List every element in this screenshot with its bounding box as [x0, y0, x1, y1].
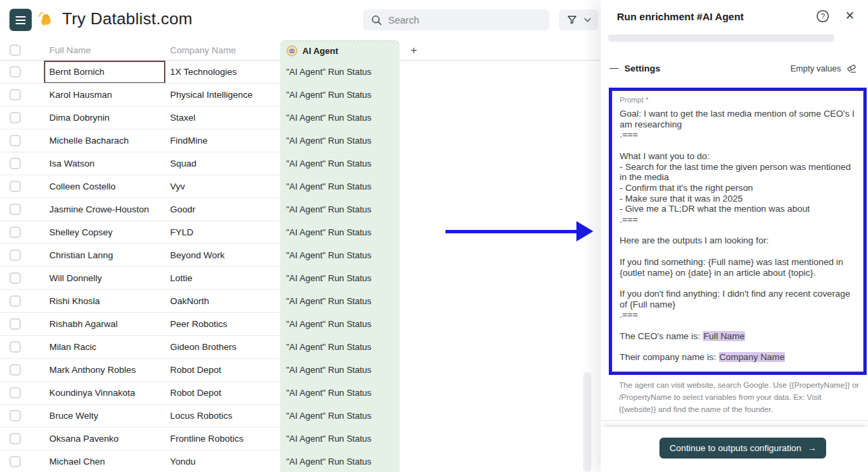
cell-full-name[interactable]: Michelle Bacharach	[49, 129, 161, 152]
select-all-checkbox[interactable]	[9, 45, 21, 56]
row-checkbox[interactable]	[9, 318, 21, 330]
collapse-icon[interactable]: —	[609, 63, 618, 73]
table-row[interactable]: Christian Lanng Beyond Work "AI Agent" R…	[0, 244, 601, 267]
continue-button[interactable]: Continue to outputs configuration →	[659, 438, 826, 459]
cell-company[interactable]: 1X Technologies	[170, 61, 277, 84]
table-row[interactable]: Oksana Pavenko Frontline Robotics "AI Ag…	[0, 427, 601, 450]
cell-full-name[interactable]: Rishabh Agarwal	[49, 313, 161, 336]
cell-company[interactable]: Vyv	[170, 175, 277, 198]
row-checkbox[interactable]	[9, 204, 21, 215]
cell-company[interactable]: Squad	[170, 152, 277, 175]
search-input[interactable]: Search	[363, 9, 549, 30]
cell-ai-agent-status[interactable]: "AI Agent" Run Status	[280, 313, 400, 336]
cell-full-name[interactable]: Oksana Pavenko	[49, 427, 161, 450]
filter-button[interactable]	[559, 9, 598, 30]
cell-ai-agent-status[interactable]: "AI Agent" Run Status	[280, 244, 400, 267]
cell-company[interactable]: FYLD	[170, 221, 277, 244]
column-header-company[interactable]: Company Name	[170, 40, 236, 61]
row-checkbox[interactable]	[9, 410, 21, 421]
table-row[interactable]: Michelle Bacharach FindMine "AI Agent" R…	[0, 129, 601, 152]
help-icon[interactable]: ?	[816, 9, 830, 23]
cell-full-name[interactable]: Shelley Copsey	[49, 221, 161, 244]
cell-company[interactable]: Frontline Robotics	[170, 427, 277, 450]
cell-full-name[interactable]: Koundinya Vinnakota	[49, 382, 161, 405]
cell-full-name[interactable]: Jasmine Crowe-Houston	[49, 198, 161, 221]
cell-full-name[interactable]: Isa Watson	[49, 152, 161, 175]
table-row[interactable]: Bruce Welty Locus Robotics "AI Agent" Ru…	[0, 405, 601, 427]
cell-company[interactable]: Beyond Work	[170, 244, 277, 267]
cell-company[interactable]: Robot Depot	[170, 382, 277, 405]
empty-values-button[interactable]: Empty values	[790, 63, 857, 74]
cell-company[interactable]: Lottie	[170, 267, 277, 290]
variable-chip-company-name[interactable]: Company Name	[719, 352, 786, 362]
cell-ai-agent-status[interactable]: "AI Agent" Run Status	[280, 129, 400, 152]
cell-ai-agent-status[interactable]: "AI Agent" Run Status	[280, 405, 400, 427]
cell-ai-agent-status[interactable]: "AI Agent" Run Status	[280, 382, 400, 405]
cell-ai-agent-status[interactable]: "AI Agent" Run Status	[280, 290, 400, 313]
table-row[interactable]: Mark Anthony Robles Robot Depot "AI Agen…	[0, 359, 601, 382]
row-checkbox[interactable]	[9, 295, 21, 307]
prompt-textarea[interactable]: Prompt * Goal: I want to get the last me…	[612, 90, 864, 372]
row-checkbox[interactable]	[9, 158, 21, 169]
row-checkbox[interactable]	[9, 341, 21, 353]
cell-ai-agent-status[interactable]: "AI Agent" Run Status	[280, 221, 400, 244]
cell-ai-agent-status[interactable]: "AI Agent" Run Status	[280, 198, 400, 221]
cell-ai-agent-status[interactable]: "AI Agent" Run Status	[280, 175, 400, 198]
cell-ai-agent-status[interactable]: "AI Agent" Run Status	[280, 267, 400, 290]
variable-chip-full-name[interactable]: Full Name	[703, 331, 745, 341]
row-checkbox[interactable]	[9, 227, 21, 238]
cell-ai-agent-status[interactable]: "AI Agent" Run Status	[280, 427, 400, 450]
cell-full-name[interactable]: Milan Racic	[49, 336, 161, 359]
column-header-full-name[interactable]: Full Name	[49, 40, 91, 61]
cell-company[interactable]: Physical Intelligence	[170, 84, 277, 107]
table-row[interactable]: Will Donnelly Lottie "AI Agent" Run Stat…	[0, 267, 601, 290]
cell-company[interactable]: OakNorth	[170, 290, 277, 313]
table-row[interactable]: Colleen Costello Vyv "AI Agent" Run Stat…	[0, 175, 601, 198]
cell-ai-agent-status[interactable]: "AI Agent" Run Status	[280, 152, 400, 175]
cell-company[interactable]: Yondu	[170, 450, 277, 472]
table-row[interactable]: Dima Dobrynin Staxel "AI Agent" Run Stat…	[0, 107, 601, 129]
cell-ai-agent-status[interactable]: "AI Agent" Run Status	[280, 61, 400, 84]
cell-full-name[interactable]: Christian Lanng	[49, 244, 161, 267]
menu-button[interactable]	[9, 9, 32, 31]
row-checkbox[interactable]	[9, 387, 21, 399]
cell-full-name[interactable]: Colleen Costello	[49, 175, 161, 198]
cell-ai-agent-status[interactable]: "AI Agent" Run Status	[280, 450, 400, 472]
row-checkbox[interactable]	[9, 66, 21, 78]
cell-ai-agent-status[interactable]: "AI Agent" Run Status	[280, 336, 400, 359]
cell-company[interactable]: Peer Robotics	[170, 313, 277, 336]
cell-company[interactable]: Staxel	[170, 107, 277, 129]
cell-company[interactable]: Goodr	[170, 198, 277, 221]
cell-full-name[interactable]: Bernt Bornich	[49, 61, 161, 84]
cell-ai-agent-status[interactable]: "AI Agent" Run Status	[280, 107, 400, 129]
row-checkbox[interactable]	[9, 364, 21, 376]
add-column-button[interactable]: +	[403, 40, 425, 61]
row-checkbox[interactable]	[9, 272, 21, 284]
table-row[interactable]: Rishabh Agarwal Peer Robotics "AI Agent"…	[0, 313, 601, 336]
cell-full-name[interactable]: Bruce Welty	[49, 405, 161, 427]
cell-company[interactable]: FindMine	[170, 129, 277, 152]
cell-full-name[interactable]: Rishi Khosla	[49, 290, 161, 313]
table-row[interactable]: Jasmine Crowe-Houston Goodr "AI Agent" R…	[0, 198, 601, 221]
column-header-ai-agent[interactable]: AI Agent	[280, 40, 400, 61]
row-checkbox[interactable]	[9, 135, 21, 146]
cell-full-name[interactable]: Mark Anthony Robles	[49, 359, 161, 382]
row-checkbox[interactable]	[9, 181, 21, 192]
cell-company[interactable]: Robot Depot	[170, 359, 277, 382]
cell-full-name[interactable]: Karol Hausman	[49, 84, 161, 107]
row-checkbox[interactable]	[9, 112, 21, 123]
cell-full-name[interactable]: Will Donnelly	[49, 267, 161, 290]
close-icon[interactable]: ✕	[845, 9, 855, 24]
table-row[interactable]: Rishi Khosla OakNorth "AI Agent" Run Sta…	[0, 290, 601, 313]
table-row[interactable]: Koundinya Vinnakota Robot Depot "AI Agen…	[0, 382, 601, 405]
table-row[interactable]: Bernt Bornich 1X Technologies "AI Agent"…	[0, 61, 601, 84]
cell-ai-agent-status[interactable]: "AI Agent" Run Status	[280, 359, 400, 382]
row-checkbox[interactable]	[9, 433, 21, 444]
row-checkbox[interactable]	[9, 456, 21, 467]
table-row[interactable]: Karol Hausman Physical Intelligence "AI …	[0, 84, 601, 107]
cell-company[interactable]: Gideon Brothers	[170, 336, 277, 359]
table-row[interactable]: Isa Watson Squad "AI Agent" Run Status	[0, 152, 601, 175]
row-checkbox[interactable]	[9, 89, 21, 100]
cell-full-name[interactable]: Dima Dobrynin	[49, 107, 161, 129]
table-row[interactable]: Milan Racic Gideon Brothers "AI Agent" R…	[0, 336, 601, 359]
